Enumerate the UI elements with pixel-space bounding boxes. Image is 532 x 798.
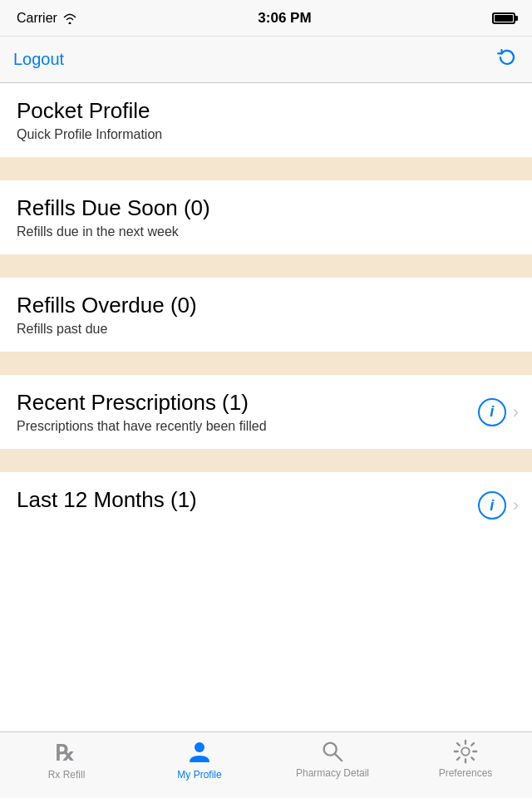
refills-overdue-item[interactable]: Refills Overdue (0) Refills past due <box>0 278 532 352</box>
last-12-months-actions: i › <box>478 491 519 520</box>
carrier-text: Carrier <box>17 11 57 26</box>
tab-preferences[interactable]: Preferences <box>399 739 532 779</box>
svg-text:℞: ℞ <box>55 741 74 766</box>
svg-point-1 <box>195 742 204 752</box>
pocket-profile-title: Pocket Profile <box>17 98 515 124</box>
pharmacy-detail-icon <box>320 739 345 764</box>
pocket-profile-item[interactable]: Pocket Profile Quick Profile Information <box>0 83 532 157</box>
recent-prescriptions-item[interactable]: Recent Prescriptions (1) Prescriptions t… <box>0 375 532 449</box>
tab-bar: ℞ Rx Refill My Profile Pharmacy Detail P… <box>0 732 532 798</box>
separator-2 <box>0 254 532 278</box>
main-content: Pocket Profile Quick Profile Information… <box>0 83 532 732</box>
logout-button[interactable]: Logout <box>13 50 64 69</box>
carrier-label: Carrier <box>17 11 77 26</box>
refills-due-soon-title: Refills Due Soon (0) <box>17 195 515 221</box>
recent-prescriptions-info-button[interactable]: i <box>478 398 506 426</box>
tab-rx-refill-label: Rx Refill <box>48 769 86 781</box>
battery-indicator <box>492 12 515 24</box>
separator-1 <box>0 157 532 180</box>
refresh-button[interactable] <box>495 46 519 74</box>
separator-3 <box>0 352 532 375</box>
last-12-months-chevron: › <box>513 495 519 516</box>
tab-my-profile-label: My Profile <box>177 769 221 781</box>
refills-due-soon-item[interactable]: Refills Due Soon (0) Refills due in the … <box>0 180 532 254</box>
rx-refill-icon: ℞ <box>53 739 80 766</box>
status-time: 3:06 PM <box>258 10 311 27</box>
recent-prescriptions-actions: i › <box>478 398 519 426</box>
recent-prescriptions-chevron: › <box>513 401 519 423</box>
tab-pharmacy-detail[interactable]: Pharmacy Detail <box>266 739 399 779</box>
tab-pharmacy-detail-label: Pharmacy Detail <box>296 767 369 779</box>
pocket-profile-subtitle: Quick Profile Information <box>17 127 515 142</box>
refills-due-soon-subtitle: Refills due in the next week <box>17 224 515 239</box>
recent-prescriptions-title: Recent Prescriptions (1) <box>17 390 515 416</box>
separator-4 <box>0 449 532 472</box>
nav-bar: Logout <box>0 37 532 83</box>
tab-my-profile[interactable]: My Profile <box>133 739 266 781</box>
my-profile-icon <box>186 739 213 766</box>
tab-preferences-label: Preferences <box>439 767 493 779</box>
last-12-months-title: Last 12 Months (1) <box>17 487 515 513</box>
refills-overdue-subtitle: Refills past due <box>17 322 515 337</box>
last-12-months-info-button[interactable]: i <box>478 491 506 520</box>
tab-rx-refill[interactable]: ℞ Rx Refill <box>0 739 133 781</box>
refills-overdue-title: Refills Overdue (0) <box>17 293 515 318</box>
svg-line-3 <box>335 754 342 761</box>
last-12-months-item[interactable]: Last 12 Months (1) i › <box>0 472 532 539</box>
svg-point-4 <box>461 747 469 755</box>
recent-prescriptions-subtitle: Prescriptions that have recently been fi… <box>17 419 515 434</box>
preferences-icon <box>453 739 478 764</box>
status-bar: Carrier 3:06 PM <box>0 0 532 37</box>
wifi-icon <box>62 12 77 24</box>
